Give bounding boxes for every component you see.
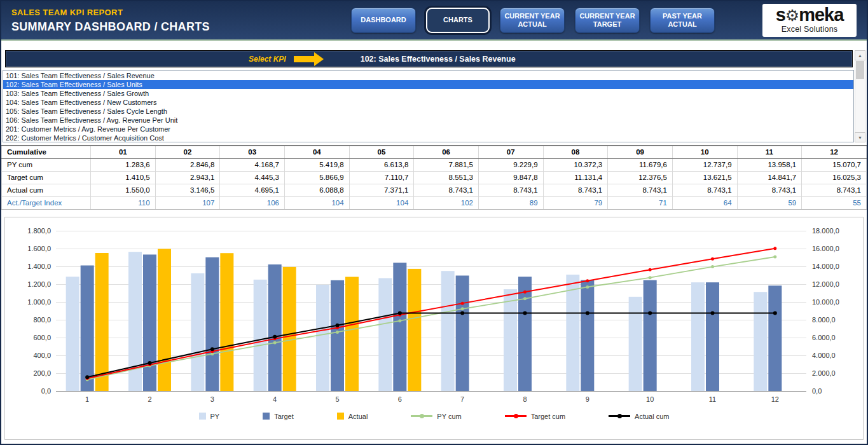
table-cell: 5.419,8 bbox=[284, 158, 349, 171]
line-marker bbox=[649, 276, 652, 279]
line-marker bbox=[460, 311, 464, 315]
left-axis-tick: 1.200,0 bbox=[27, 280, 51, 288]
logo-tagline: Excel Solutions bbox=[770, 25, 849, 34]
bar-target-8 bbox=[518, 277, 532, 391]
right-axis-tick: 8.000,0 bbox=[812, 316, 836, 324]
bar-py-11 bbox=[691, 282, 705, 391]
scrollbar-track[interactable] bbox=[855, 60, 865, 132]
current-year-target-button[interactable]: CURRENT YEAR TARGET bbox=[575, 8, 640, 33]
bar-target-11 bbox=[706, 282, 719, 391]
table-cell: 59 bbox=[737, 196, 802, 209]
x-axis-tick: 9 bbox=[586, 395, 589, 403]
table-header-cell: 12 bbox=[802, 146, 867, 158]
table-cell: 9.229,9 bbox=[478, 158, 543, 171]
kpi-list-item[interactable]: 201: Customer Metrics / Avg. Revenue Per… bbox=[3, 125, 853, 134]
line-marker bbox=[336, 323, 340, 327]
bar-target-4 bbox=[268, 264, 282, 390]
bar-py-3 bbox=[191, 273, 204, 390]
legend-label: Target cum bbox=[531, 413, 565, 420]
bar-py-4 bbox=[254, 279, 267, 390]
x-axis-tick: 11 bbox=[709, 395, 716, 403]
line-marker bbox=[649, 268, 652, 271]
dashboard-button[interactable]: DASHBOARD bbox=[351, 8, 416, 33]
logo-brand: s⚙meka bbox=[770, 6, 849, 24]
current-year-actual-button[interactable]: CURRENT YEAR ACTUAL bbox=[500, 8, 565, 33]
bar-actual-4 bbox=[283, 266, 296, 390]
kpi-list-item[interactable]: 106: Sales Team Effectiveness / Avg. Rev… bbox=[3, 116, 853, 125]
table-cell: 1.283,6 bbox=[91, 158, 156, 171]
table-cell: 89 bbox=[478, 196, 543, 209]
past-year-actual-button[interactable]: PAST YEAR ACTUAL bbox=[650, 8, 715, 33]
legend-item-py-cum: PY cum bbox=[411, 413, 461, 420]
kpi-list-item[interactable]: 102: Sales Team Effectiveness / Sales Un… bbox=[3, 80, 853, 89]
table-cell: 104 bbox=[349, 196, 414, 209]
line-actual-cum bbox=[87, 313, 775, 377]
table-cell: 8.743,1 bbox=[672, 184, 737, 196]
legend-item-target: Target bbox=[263, 413, 294, 420]
table-cell: 4.168,7 bbox=[220, 158, 285, 171]
table-header-cell: 08 bbox=[543, 146, 608, 158]
kpi-list-item[interactable]: 202: Customer Metrics / Customer Acquisi… bbox=[3, 134, 853, 142]
kpi-select-label: Select KPI bbox=[249, 55, 286, 64]
table-cell: 10.372,3 bbox=[543, 158, 608, 171]
row-label: Act./Target Index bbox=[2, 196, 91, 209]
table-row: Act./Target Index11010710610410410289797… bbox=[2, 196, 867, 209]
table-cell: 11.679,6 bbox=[608, 158, 673, 171]
bar-target-5 bbox=[331, 280, 344, 390]
legend-line-swatch bbox=[505, 415, 527, 417]
row-label: PY cum bbox=[2, 158, 91, 171]
line-marker bbox=[586, 285, 589, 288]
kpi-selector-section: Select KPI 102: Sales Effectiveness / Sa… bbox=[1, 41, 867, 142]
left-axis-tick: 1.400,0 bbox=[27, 263, 51, 270]
line-marker bbox=[523, 290, 527, 293]
page-title: SUMMARY DASHBOARD / CHARTS bbox=[11, 20, 342, 34]
left-axis-tick: 400,0 bbox=[33, 352, 51, 359]
gear-icon: ⚙ bbox=[785, 6, 799, 24]
table-cell: 4.445,3 bbox=[220, 171, 285, 184]
legend-label: Actual bbox=[348, 413, 368, 420]
header-titles: SALES TEAM KPI REPORT SUMMARY DASHBOARD … bbox=[11, 8, 342, 34]
table-row: Target cum1.410,52.943,14.445,35.866,97.… bbox=[2, 171, 867, 184]
table-cell: 55 bbox=[802, 196, 867, 209]
bar-actual-6 bbox=[408, 268, 421, 390]
bar-py-1 bbox=[66, 277, 79, 391]
kpi-list-item[interactable]: 103: Sales Team Effectiveness / Sales Gr… bbox=[3, 89, 853, 98]
bar-target-12 bbox=[768, 285, 782, 391]
left-axis-tick: 1.800,0 bbox=[27, 227, 51, 235]
table-cell: 64 bbox=[672, 196, 737, 209]
charts-button[interactable]: CHARTS bbox=[426, 8, 490, 33]
scroll-up-button[interactable]: ▲ bbox=[855, 50, 865, 60]
left-axis-tick: 600,0 bbox=[33, 334, 51, 341]
line-marker bbox=[586, 279, 589, 282]
legend-label: Target bbox=[274, 413, 294, 420]
table-cell: 110 bbox=[91, 196, 156, 209]
row-label: Actual cum bbox=[2, 184, 91, 196]
line-marker bbox=[711, 257, 714, 260]
table-row: PY cum1.283,62.846,84.168,75.419,86.613,… bbox=[2, 158, 867, 171]
kpi-list-item[interactable]: 105: Sales Team Effectiveness / Sales Cy… bbox=[3, 107, 853, 116]
line-marker bbox=[148, 360, 152, 364]
line-marker bbox=[85, 375, 89, 379]
left-axis-tick: 1.000,0 bbox=[27, 298, 51, 306]
kpi-select-bar[interactable]: Select KPI 102: Sales Effectiveness / Sa… bbox=[5, 50, 853, 67]
kpi-list-scrollbar[interactable]: ▲ ▼ bbox=[855, 50, 865, 142]
legend-swatch bbox=[199, 413, 206, 420]
table-header-cell: 02 bbox=[155, 146, 220, 158]
kpi-list-item[interactable]: 104: Sales Team Effectiveness / New Cust… bbox=[3, 98, 853, 107]
legend-swatch bbox=[337, 413, 344, 420]
cumulative-table: Cumulative010203040506070809101112PY cum… bbox=[1, 145, 867, 210]
table-row: Actual cum1.550,03.146,54.695,16.088,87.… bbox=[2, 184, 867, 196]
line-marker bbox=[461, 307, 464, 310]
right-axis-tick: 2.000,0 bbox=[812, 369, 836, 377]
x-axis-tick: 3 bbox=[210, 395, 214, 403]
table-cell: 8.551,3 bbox=[414, 171, 479, 184]
table-cell: 102 bbox=[414, 196, 479, 209]
line-marker bbox=[711, 265, 714, 268]
kpi-list-item[interactable]: 101: Sales Team Effectiveness / Sales Re… bbox=[3, 71, 853, 80]
table-header-cell: 10 bbox=[672, 146, 737, 158]
scroll-down-button[interactable]: ▼ bbox=[855, 132, 865, 142]
right-axis-tick: 14.000,0 bbox=[812, 263, 839, 270]
table-cell: 15.070,7 bbox=[802, 158, 867, 171]
row-label: Target cum bbox=[2, 171, 91, 184]
scrollbar-thumb[interactable] bbox=[856, 61, 864, 79]
